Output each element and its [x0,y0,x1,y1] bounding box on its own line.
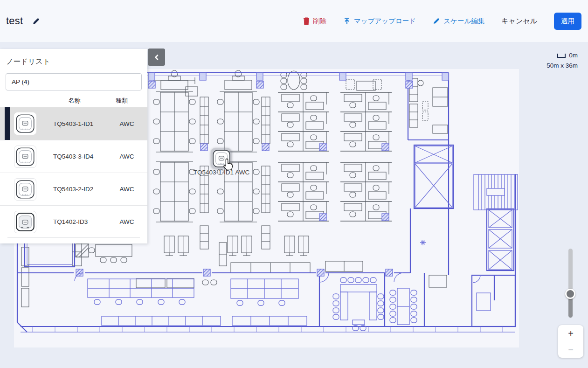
zoom-out-button[interactable]: − [558,341,583,358]
node-name: TQ1402-ID3 [53,218,113,225]
zoom-slider[interactable] [568,249,573,318]
node-name: TQ5403-3-ID4 [53,153,113,160]
cancel-button[interactable]: キャンセル [501,17,537,26]
app-window: 0m 50m x 36m TQ5403-1-ID1 AWC test [0,0,588,368]
node-row-tq5403-1-id1[interactable]: TQ5403-1-ID1 AWC [0,107,147,140]
ap-device-icon [14,211,36,233]
chevron-left-icon [153,54,160,61]
node-name: TQ5403-1-ID1 [53,120,113,127]
trash-icon [303,17,310,25]
pencil-icon [433,17,440,25]
node-type: AWC [113,218,141,225]
ap-device-icon [14,146,36,168]
node-name: TQ5403-2-ID2 [53,186,113,193]
node-type-filter-value: AP (4) [12,78,29,85]
map-upload-button[interactable]: マップアップロード [343,17,416,26]
node-table-header: 名称 種類 [0,94,147,107]
ap-device-icon [14,178,36,201]
column-header-name: 名称 [43,97,106,105]
hand-cursor-icon [222,158,235,172]
node-row-tq5403-2-id2[interactable]: TQ5403-2-ID2 AWC [0,173,147,205]
scale-edit-label: スケール編集 [443,17,484,26]
ap-device-icon [14,112,36,135]
apply-button[interactable]: 適用 [554,13,581,30]
map-node-label: TQ5403-1-ID1 AWC [183,169,260,176]
delete-button[interactable]: 削除 [303,17,326,26]
map-dimensions: 50m x 36m [546,61,578,71]
edit-pencil-icon [32,17,40,25]
selected-row-indicator [5,107,10,140]
map-scale-indicator: 0m 50m x 36m [546,50,578,71]
zoom-button-group: + − [558,325,583,358]
node-row-tq1402-id3[interactable]: TQ1402-ID3 AWC [0,205,147,238]
collapse-panel-button[interactable] [148,49,165,66]
node-type: AWC [113,120,141,127]
node-list-panel: ノードリスト AP (4) 名称 種類 TQ5403-1-ID1 AWC [0,49,147,243]
zoom-slider-track-upper[interactable] [568,249,573,294]
column-header-type: 種類 [107,97,136,105]
page-title: test [6,15,23,27]
node-row-tq5403-3-id4[interactable]: TQ5403-3-ID4 AWC [0,140,147,173]
delete-label: 削除 [313,17,326,26]
edit-title-button[interactable] [32,17,40,25]
scale-current-value: 0m [569,50,578,61]
cancel-label: キャンセル [501,17,537,26]
ruler-icon [557,53,566,58]
upload-icon [343,17,351,25]
zoom-in-button[interactable]: + [558,325,583,341]
node-type: AWC [113,186,141,193]
node-type: AWC [113,153,141,160]
zoom-slider-thumb[interactable] [565,289,575,299]
scale-edit-button[interactable]: スケール編集 [433,17,484,26]
header-toolbar: test 削除 マップアップロード [0,0,588,42]
panel-footer-divider [7,237,140,242]
map-upload-label: マップアップロード [354,17,416,26]
node-list-title: ノードリスト [0,49,147,72]
node-type-filter[interactable]: AP (4) [6,73,142,90]
